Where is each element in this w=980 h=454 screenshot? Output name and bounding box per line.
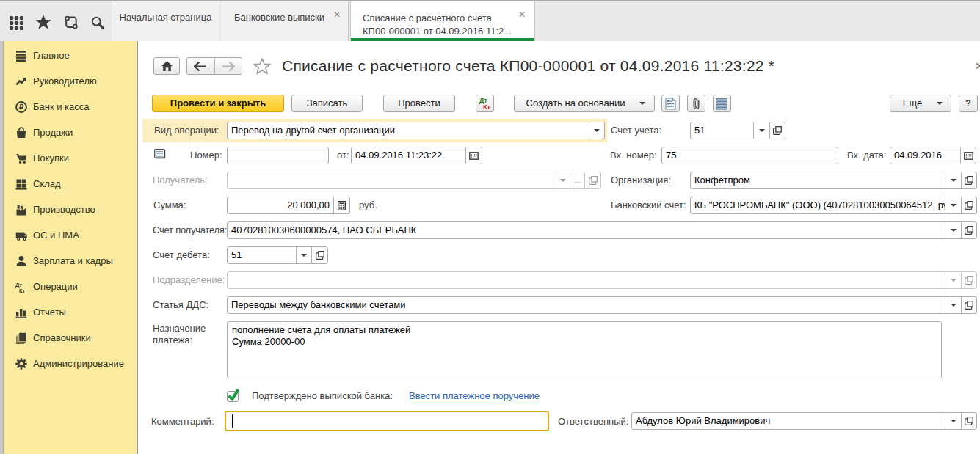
svg-text:Кт: Кт <box>19 288 26 293</box>
svg-text:₽: ₽ <box>19 103 23 111</box>
